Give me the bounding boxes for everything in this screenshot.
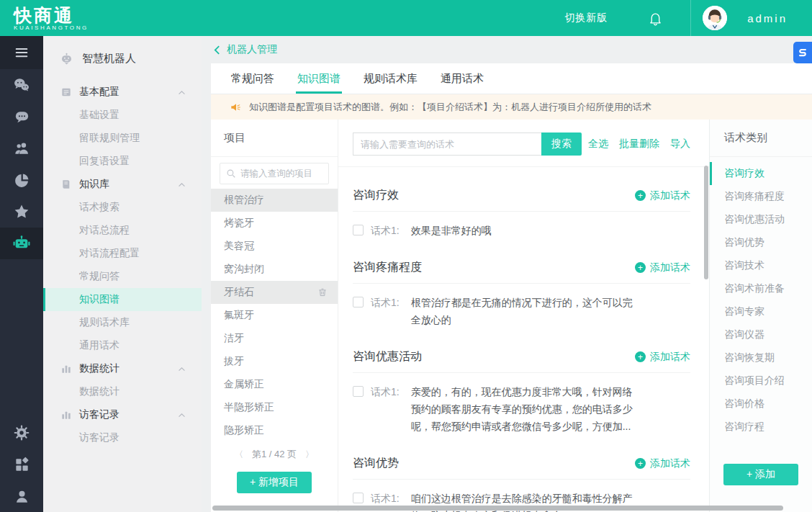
script-checkbox[interactable] <box>353 225 364 235</box>
tab-regular-qa[interactable]: 常规问答 <box>231 63 274 94</box>
project-item[interactable]: 金属矫正 <box>211 373 338 396</box>
add-script-link[interactable]: 添加话术 <box>635 189 690 202</box>
section-title: 咨询优惠活动 <box>353 349 422 364</box>
project-item[interactable]: 窝沟封闭 <box>211 258 338 281</box>
import-link[interactable]: 导入 <box>670 138 690 151</box>
submenu-title-label: 智慧机器人 <box>82 52 136 66</box>
submenu-item-regular-qa[interactable]: 常规问答 <box>43 265 202 288</box>
project-item[interactable]: 烤瓷牙 <box>211 212 338 235</box>
app-window: 快商通 KUAISHANGTONG 切换新版 <box>0 0 812 512</box>
star-icon[interactable] <box>0 196 43 228</box>
submenu-item-rule-script-library[interactable]: 规则话术库 <box>43 311 202 334</box>
category-item[interactable]: 咨询疼痛程度 <box>710 185 812 208</box>
submenu-group-knowledge-base[interactable]: 知识库 <box>43 173 202 196</box>
top-header: 快商通 KUAISHANGTONG 切换新版 <box>0 0 812 36</box>
category-item[interactable]: 咨询专家 <box>710 300 812 323</box>
submenu-item-data-stats[interactable]: 数据统计 <box>43 380 202 403</box>
submenu-item-reply-settings[interactable]: 回复语设置 <box>43 150 202 173</box>
clipboard-icon <box>60 86 73 98</box>
project-item[interactable]: 拔牙 <box>211 350 338 373</box>
header-right: 切换新版 admin <box>564 0 812 36</box>
script-entry-label: 话术1: <box>371 222 400 239</box>
submenu-item-dialog-flow[interactable]: 对话总流程 <box>43 219 202 242</box>
project-item[interactable]: 根管治疗 <box>211 189 338 212</box>
add-project-button[interactable]: + 新增项目 <box>237 472 312 493</box>
category-item[interactable]: 咨询疗效 <box>710 162 812 185</box>
submenu-group-visitor-records[interactable]: 访客记录 <box>43 403 202 426</box>
chevron-up-icon[interactable] <box>178 413 186 418</box>
submenu-item-visitor-records[interactable]: 访客记录 <box>43 426 202 449</box>
horizontal-scrollbar[interactable] <box>212 506 783 511</box>
submenu-item-contact-rules[interactable]: 留联规则管理 <box>43 127 202 150</box>
page-next-button[interactable]: 〉 <box>305 449 314 461</box>
plus-circle-icon <box>635 458 646 469</box>
category-item[interactable]: 咨询疗程 <box>710 416 812 439</box>
category-item[interactable]: 咨询优势 <box>710 231 812 254</box>
tab-general-scripts[interactable]: 通用话术 <box>441 63 484 94</box>
vertical-scrollbar[interactable] <box>704 166 708 279</box>
username-label[interactable]: admin <box>747 12 788 24</box>
chevron-up-icon[interactable] <box>178 90 186 95</box>
gear-icon[interactable] <box>0 417 43 449</box>
kst-logo-icon[interactable] <box>793 42 812 63</box>
project-item[interactable]: 隐形矫正 <box>211 419 338 442</box>
add-script-link[interactable]: 添加话术 <box>635 457 690 470</box>
section-title: 咨询疼痛程度 <box>353 260 422 275</box>
agent-avatar[interactable] <box>703 6 727 30</box>
search-button[interactable]: 搜索 <box>541 133 582 156</box>
tab-knowledge-graph[interactable]: 知识图谱 <box>297 63 340 94</box>
breadcrumb[interactable]: 机器人管理 <box>202 36 812 63</box>
category-item[interactable]: 咨询项目介绍 <box>710 369 812 392</box>
submenu-item-basic-settings[interactable]: 基础设置 <box>43 104 202 127</box>
project-pagination: 〈 第1 / 42 页 〉 <box>211 444 338 465</box>
submenu-item-script-search[interactable]: 话术搜索 <box>43 196 202 219</box>
chat-dots-icon[interactable] <box>0 101 43 133</box>
category-item[interactable]: 咨询仪器 <box>710 323 812 346</box>
category-item[interactable]: 咨询术前准备 <box>710 277 812 300</box>
category-item[interactable]: 咨询价格 <box>710 392 812 416</box>
add-script-link[interactable]: 添加话术 <box>635 261 690 274</box>
project-item[interactable]: 美容冠 <box>211 235 338 258</box>
project-search-input[interactable] <box>240 169 322 179</box>
script-search-input[interactable] <box>353 133 541 156</box>
add-script-link[interactable]: 添加话术 <box>635 351 690 364</box>
category-item[interactable]: 咨询技术 <box>710 254 812 277</box>
project-item[interactable]: 洁牙 <box>211 327 338 350</box>
add-category-button[interactable]: + 添加 <box>723 464 798 485</box>
wechat-icon[interactable] <box>0 69 43 101</box>
script-checkbox[interactable] <box>353 493 364 503</box>
project-item[interactable]: 牙结石 <box>211 281 338 304</box>
submenu-item-knowledge-graph[interactable]: 知识图谱 <box>43 288 202 311</box>
project-item[interactable]: 氟斑牙 <box>211 304 338 327</box>
apps-icon[interactable] <box>0 449 43 480</box>
robot-icon[interactable] <box>0 228 43 259</box>
tab-rule-script-library[interactable]: 规则话术库 <box>364 63 418 94</box>
user-icon[interactable] <box>0 480 43 512</box>
category-item[interactable]: 咨询恢复期 <box>710 346 812 369</box>
submenu-item-general-scripts[interactable]: 通用话术 <box>43 334 202 357</box>
script-checkbox[interactable] <box>353 386 364 397</box>
project-item[interactable]: 半隐形矫正 <box>211 396 338 419</box>
submenu-group-basic-config[interactable]: 基本配置 <box>43 81 202 104</box>
pie-chart-icon[interactable] <box>0 164 43 196</box>
script-section: 咨询优势 添加话术 话术1: 咱们这边根管治疗是去除感染的牙髓和毒性分解产物，防… <box>353 456 690 512</box>
category-item[interactable]: 咨询优惠活动 <box>710 208 812 231</box>
trash-icon[interactable] <box>317 287 328 297</box>
switch-version-link[interactable]: 切换新版 <box>564 12 608 24</box>
chevron-up-icon[interactable] <box>178 367 186 372</box>
bell-icon[interactable] <box>648 11 663 26</box>
menu-icon[interactable] <box>0 36 43 69</box>
add-script-label: 添加话术 <box>650 261 690 274</box>
group-label: 知识库 <box>79 178 109 191</box>
batch-delete-link[interactable]: 批量删除 <box>619 138 659 151</box>
users-icon[interactable] <box>0 133 43 164</box>
chevron-up-icon[interactable] <box>178 182 186 187</box>
submenu-item-dialog-flow-config[interactable]: 对话流程配置 <box>43 242 202 265</box>
submenu-group-data-stats[interactable]: 数据统计 <box>43 357 202 380</box>
page-prev-button[interactable]: 〈 <box>235 449 243 461</box>
select-all-link[interactable]: 全选 <box>588 138 608 151</box>
categories-panel: 话术类别 咨询疗效 咨询疼痛程度 咨询优惠活动 咨询优势 咨询技术 咨询术前准备… <box>709 120 812 512</box>
plus-circle-icon <box>635 262 646 273</box>
project-list: 根管治疗 烤瓷牙 美容冠 窝沟封闭 牙结石 氟斑牙 洁牙 拔牙 金属矫正 <box>211 189 338 442</box>
script-checkbox[interactable] <box>353 297 364 307</box>
